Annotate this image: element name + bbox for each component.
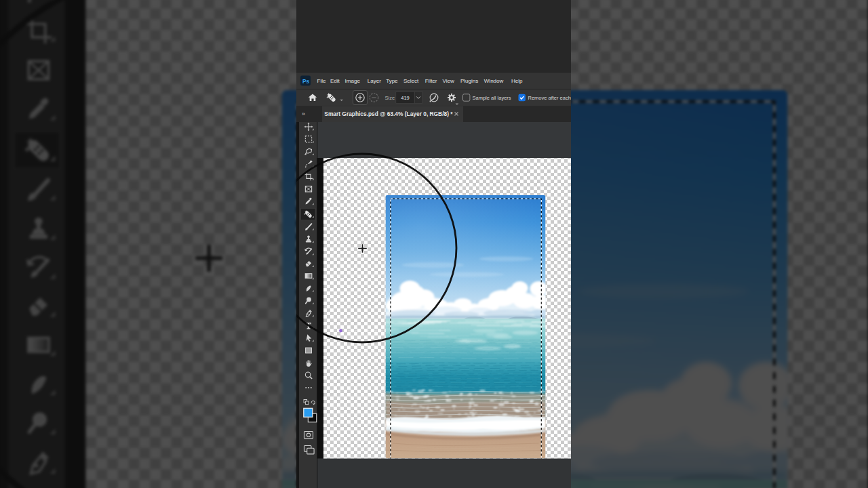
svg-text:Image: Image <box>345 78 361 84</box>
svg-text:Size: Size <box>385 95 395 101</box>
svg-text:Window: Window <box>484 78 504 84</box>
svg-text:Layer: Layer <box>368 78 381 84</box>
svg-text:Remove after each s: Remove after each s <box>528 95 572 101</box>
svg-text:Type: Type <box>386 78 398 84</box>
svg-text:View: View <box>443 78 454 84</box>
svg-text:Filter: Filter <box>425 78 437 84</box>
svg-text:Select: Select <box>403 78 419 84</box>
svg-text:Edit: Edit <box>330 78 340 84</box>
svg-text:Smart Graphics.psd @ 63.4% (La: Smart Graphics.psd @ 63.4% (Layer 0, RGB… <box>324 110 453 117</box>
svg-text:Ps: Ps <box>302 79 309 85</box>
svg-text:File: File <box>317 78 326 84</box>
svg-text:Smart Graphics: Smart Graphics <box>344 328 383 334</box>
svg-text:Plugins: Plugins <box>460 78 478 84</box>
svg-text:Sample all layers: Sample all layers <box>473 95 511 101</box>
svg-text:Help: Help <box>511 78 523 84</box>
svg-text:419: 419 <box>401 95 410 101</box>
svg-text:»: » <box>302 110 305 117</box>
